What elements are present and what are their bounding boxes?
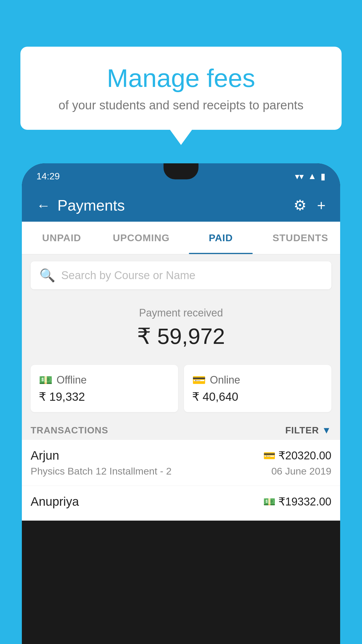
tab-students[interactable]: STUDENTS	[261, 222, 340, 254]
filter-label: FILTER	[285, 425, 319, 436]
table-row[interactable]: Anupriya 💵 ₹19332.00	[22, 486, 340, 521]
speech-bubble: Manage fees of your students and send re…	[20, 47, 342, 130]
settings-icon[interactable]: ⚙	[294, 197, 307, 214]
payment-received-section: Payment received ₹ 59,972	[22, 296, 340, 358]
status-time: 14:29	[36, 171, 60, 182]
status-bar: 14:29 ▾▾ ▲ ▮	[22, 163, 340, 189]
battery-icon: ▮	[321, 171, 326, 181]
status-icons: ▾▾ ▲ ▮	[295, 171, 326, 181]
bubble-title: Manage fees	[35, 64, 327, 92]
phone-notch	[164, 163, 198, 179]
tab-paid[interactable]: PAID	[181, 222, 261, 254]
page-title: Payments	[57, 197, 125, 214]
transaction-name: Anupriya	[31, 495, 79, 509]
transaction-amount-wrap: 💳 ₹20320.00	[263, 449, 332, 462]
transaction-amount: ₹19332.00	[278, 495, 332, 508]
add-icon[interactable]: +	[317, 197, 326, 214]
cash-payment-icon: 💵	[263, 496, 275, 508]
search-icon: 🔍	[39, 268, 55, 283]
table-row[interactable]: Arjun 💳 ₹20320.00 Physics Batch 12 Insta…	[22, 440, 340, 486]
back-button[interactable]: ←	[36, 197, 50, 214]
transactions-label: TRANSACTIONS	[31, 425, 108, 436]
tabs-bar: UNPAID UPCOMING PAID STUDENTS	[22, 222, 340, 254]
wifi-icon: ▾▾	[295, 171, 304, 181]
offline-label: Offline	[57, 374, 87, 386]
offline-card: 💵 Offline ₹ 19,332	[31, 365, 178, 412]
transaction-course: Physics Batch 12 Installment - 2	[31, 466, 172, 477]
transaction-date: 06 June 2019	[271, 466, 331, 477]
search-input[interactable]: Search by Course or Name	[61, 269, 195, 282]
online-amount: ₹ 40,640	[192, 390, 323, 403]
search-bar[interactable]: 🔍 Search by Course or Name	[31, 261, 331, 289]
filter-icon: ▼	[322, 425, 331, 436]
tab-upcoming[interactable]: UPCOMING	[101, 222, 181, 254]
online-card: 💳 Online ₹ 40,640	[184, 365, 331, 412]
card-payment-icon: 💳	[263, 450, 275, 461]
payment-total-amount: ₹ 59,972	[31, 323, 331, 349]
content-area: 🔍 Search by Course or Name Payment recei…	[22, 254, 340, 521]
transactions-header: TRANSACTIONS FILTER ▼	[22, 419, 340, 440]
tab-unpaid[interactable]: UNPAID	[22, 222, 101, 254]
transaction-list: Arjun 💳 ₹20320.00 Physics Batch 12 Insta…	[22, 440, 340, 521]
transaction-amount-wrap: 💵 ₹19332.00	[263, 495, 332, 508]
header-left: ← Payments	[36, 197, 125, 214]
phone-frame: 14:29 ▾▾ ▲ ▮ ← Payments ⚙ + UNPAID UPCOM…	[22, 163, 340, 644]
online-icon: 💳	[192, 374, 206, 386]
offline-icon: 💵	[39, 374, 52, 386]
payment-received-label: Payment received	[31, 307, 331, 319]
payment-cards: 💵 Offline ₹ 19,332 💳 Online ₹ 40,640	[22, 358, 340, 419]
app-header: ← Payments ⚙ +	[22, 189, 340, 222]
filter-button[interactable]: FILTER ▼	[285, 425, 331, 436]
header-right: ⚙ +	[294, 197, 326, 214]
online-label: Online	[210, 374, 240, 386]
transaction-name: Arjun	[31, 449, 59, 463]
bubble-subtitle: of your students and send receipts to pa…	[35, 98, 327, 112]
signal-icon: ▲	[308, 171, 317, 181]
transaction-amount: ₹20320.00	[278, 449, 332, 462]
offline-amount: ₹ 19,332	[39, 390, 170, 403]
